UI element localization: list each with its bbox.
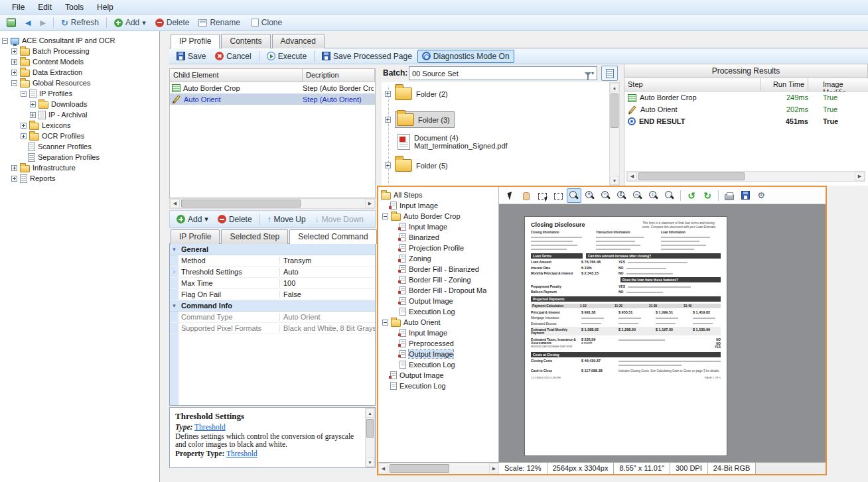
diag-item[interactable]: Output Image <box>378 370 498 381</box>
expand-icon[interactable] <box>21 133 27 139</box>
property-group-general[interactable]: ▾ General <box>170 244 375 255</box>
zoom-out-button[interactable]: − <box>599 188 613 203</box>
zoom-fit-height-button[interactable]: ↕ <box>646 188 661 203</box>
scroll-down-button[interactable]: ▼ <box>610 176 619 185</box>
save-processed-page-button[interactable]: Save Processed Page <box>318 50 416 62</box>
expand-icon[interactable] <box>30 101 36 107</box>
vertical-scrollbar[interactable]: ▲ ▼ <box>365 408 375 467</box>
column-run-time[interactable]: Run Time <box>760 78 808 91</box>
result-row[interactable]: Auto Orient 202ms True <box>624 103 868 115</box>
help-property-type-link[interactable]: Threshold <box>226 450 257 457</box>
property-row-max-time[interactable]: Max Time 100 <box>170 278 375 289</box>
selected-batch-item[interactable]: Folder (3) <box>395 111 455 128</box>
vertical-splitter[interactable] <box>160 31 169 482</box>
settings-button[interactable]: ⚙ <box>754 188 768 203</box>
tab-ip-profile-props[interactable]: IP Profile <box>171 229 220 244</box>
collapse-icon[interactable] <box>382 213 388 219</box>
horizontal-scrollbar[interactable]: ◀ ▶ <box>378 462 499 474</box>
scrollbar-thumb[interactable] <box>638 172 745 180</box>
scroll-left-button[interactable]: ◀ <box>378 463 388 473</box>
back-button[interactable]: ◀ <box>21 17 35 29</box>
scrollbar-thumb[interactable] <box>611 93 618 128</box>
menu-edit[interactable]: Edit <box>31 1 58 14</box>
sidebar-item-data-extraction[interactable]: Data Extraction <box>0 67 159 78</box>
select-tool-button[interactable] <box>535 188 549 203</box>
move-up-button[interactable]: ↑Move Up <box>263 213 310 225</box>
column-image-modified[interactable]: Image Modifie <box>808 78 868 91</box>
diag-item[interactable]: Input Image <box>378 200 498 211</box>
diag-item[interactable]: Execution Log <box>378 381 498 391</box>
tab-advanced[interactable]: Advanced <box>272 34 325 48</box>
table-row[interactable]: Auto Border Crop Step (Auto Border Crop <box>170 82 375 93</box>
help-type-link[interactable]: Threshold <box>194 423 226 431</box>
sidebar-item-batch-processing[interactable]: Batch Processing <box>0 46 159 56</box>
tab-contents[interactable]: Contents <box>221 34 270 48</box>
add-step-button[interactable]: Add▾ <box>173 213 212 225</box>
scroll-right-button[interactable]: ▶ <box>489 463 499 473</box>
menu-tools[interactable]: Tools <box>58 1 90 14</box>
clone-button[interactable]: Clone <box>246 17 286 29</box>
expand-icon[interactable] <box>11 176 17 182</box>
table-row-selected[interactable]: Auto Orient Step (Auto Orient) <box>170 93 375 105</box>
diag-item-auto-orient[interactable]: Auto Orient <box>378 317 498 328</box>
sidebar-item-reports[interactable]: Reports <box>0 173 159 184</box>
sidebar-item-separation-profiles[interactable]: Separation Profiles <box>0 152 159 162</box>
column-description[interactable]: Decription <box>303 69 375 82</box>
expand-icon[interactable] <box>30 112 36 118</box>
tab-selected-step[interactable]: Selected Step <box>221 229 288 244</box>
menu-file[interactable]: File <box>5 1 31 14</box>
pointer-tool-button[interactable] <box>503 188 518 203</box>
diag-item[interactable]: Execution Log <box>378 306 498 317</box>
zoom-fit-page-button[interactable] <box>662 188 677 203</box>
refresh-button[interactable]: ↻Refresh <box>57 17 103 29</box>
batch-select[interactable]: 00 Source Set ▾ <box>409 66 597 80</box>
batch-item-folder-2[interactable]: Folder (2) <box>385 88 448 100</box>
batch-item-document-4[interactable]: Document (4)Matt_termination_Signed.pdf <box>398 134 508 150</box>
sidebar-item-global-resources[interactable]: Global Resources <box>0 78 159 88</box>
column-child-element[interactable]: Child Element <box>170 69 303 82</box>
expand-icon[interactable] <box>385 117 391 123</box>
cancel-button[interactable]: Cancel <box>211 50 255 62</box>
expand-icon[interactable] <box>385 91 391 97</box>
diag-item[interactable]: Execution Log <box>378 359 498 370</box>
horizontal-scrollbar[interactable]: ◀ ▶ <box>169 198 376 209</box>
sidebar-item-ocr-profiles[interactable]: OCR Profiles <box>0 131 159 141</box>
tab-selected-command[interactable]: Selected Command <box>289 229 376 244</box>
diag-item[interactable]: Border Fill - Dropout Ma <box>378 285 498 296</box>
diag-item[interactable]: Binarized <box>378 232 498 243</box>
zoom-fit-width-button[interactable]: ↔ <box>630 188 645 203</box>
zoom-tool-button[interactable] <box>567 188 581 203</box>
pan-tool-button[interactable] <box>519 188 534 203</box>
result-row-end[interactable]: END RESULT 451ms True <box>624 115 868 127</box>
execute-button[interactable]: Execute <box>263 50 311 62</box>
forward-button[interactable]: ▶ <box>36 17 49 29</box>
expand-icon[interactable] <box>11 165 17 171</box>
diag-item-auto-border-crop[interactable]: Auto Border Crop <box>378 211 498 221</box>
scroll-left-button[interactable]: ◀ <box>627 172 637 181</box>
rename-button[interactable]: Rename <box>194 17 244 29</box>
batch-item-folder-5[interactable]: Folder (5) <box>385 159 448 172</box>
menu-help[interactable]: Help <box>90 1 120 14</box>
property-row-method[interactable]: Method Transym <box>170 255 375 267</box>
rotate-left-button[interactable]: ↺ <box>684 188 699 203</box>
batch-item-folder-3[interactable]: Folder (3) <box>385 111 455 128</box>
property-group-command-info[interactable]: ▾ Command Info <box>170 300 375 312</box>
app-icon-button[interactable] <box>3 17 20 29</box>
expand-icon[interactable] <box>11 59 17 65</box>
scroll-down-button[interactable]: ▼ <box>366 457 374 467</box>
delete-step-button[interactable]: Delete <box>214 213 256 225</box>
property-value[interactable]: False <box>279 290 375 298</box>
sidebar-item-infrastructure[interactable]: Infrastructure <box>0 162 159 173</box>
column-step[interactable]: Step <box>624 78 760 91</box>
diag-item[interactable]: Border Fill - Binarized <box>378 264 498 274</box>
sidebar-item-downloads[interactable]: Downloads <box>0 99 159 109</box>
scroll-right-button[interactable]: ▶ <box>855 172 865 181</box>
rotate-right-button[interactable]: ↻ <box>700 188 715 203</box>
diag-item-all-steps[interactable]: All Steps <box>378 190 498 200</box>
print-button[interactable] <box>722 188 737 203</box>
move-down-button[interactable]: ↓Move Down <box>311 213 368 225</box>
sidebar-item-ip-profiles[interactable]: IP Profiles <box>0 88 159 99</box>
delete-button[interactable]: Delete <box>151 17 194 29</box>
expand-icon[interactable] <box>21 123 27 129</box>
property-value[interactable]: 100 <box>279 279 375 287</box>
